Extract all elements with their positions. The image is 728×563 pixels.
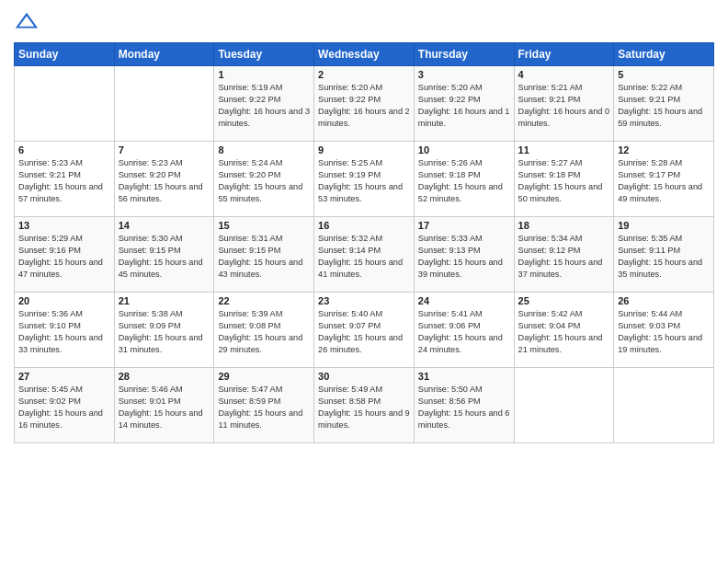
day-header-thursday: Thursday xyxy=(414,43,514,66)
day-number: 17 xyxy=(418,220,510,231)
day-info: Sunrise: 5:30 AMSunset: 9:15 PMDaylight:… xyxy=(119,233,210,281)
day-info: Sunrise: 5:24 AMSunset: 9:20 PMDaylight:… xyxy=(218,157,310,205)
page: SundayMondayTuesdayWednesdayThursdayFrid… xyxy=(0,0,728,563)
day-header-friday: Friday xyxy=(514,43,614,66)
day-number: 9 xyxy=(318,144,410,155)
calendar-cell xyxy=(114,66,214,142)
calendar-cell: 17Sunrise: 5:33 AMSunset: 9:13 PMDayligh… xyxy=(414,217,514,293)
day-number: 11 xyxy=(518,144,610,155)
week-row-1: 1Sunrise: 5:19 AMSunset: 9:22 PMDaylight… xyxy=(15,66,714,142)
day-info: Sunrise: 5:49 AMSunset: 8:58 PMDaylight:… xyxy=(318,384,410,431)
day-number: 29 xyxy=(218,371,310,382)
logo-icon xyxy=(14,9,40,35)
calendar-cell: 5Sunrise: 5:22 AMSunset: 9:21 PMDaylight… xyxy=(614,66,714,142)
day-number: 3 xyxy=(418,69,510,80)
day-info: Sunrise: 5:20 AMSunset: 9:22 PMDaylight:… xyxy=(318,82,410,130)
day-info: Sunrise: 5:21 AMSunset: 9:21 PMDaylight:… xyxy=(518,82,610,130)
calendar-cell: 3Sunrise: 5:20 AMSunset: 9:22 PMDaylight… xyxy=(414,66,514,142)
day-number: 27 xyxy=(18,371,110,382)
calendar-cell: 20Sunrise: 5:36 AMSunset: 9:10 PMDayligh… xyxy=(15,293,115,368)
day-number: 18 xyxy=(518,220,610,231)
calendar-cell: 28Sunrise: 5:46 AMSunset: 9:01 PMDayligh… xyxy=(114,368,214,443)
day-number: 14 xyxy=(119,220,210,231)
day-number: 22 xyxy=(218,295,310,306)
day-info: Sunrise: 5:34 AMSunset: 9:12 PMDaylight:… xyxy=(518,233,610,281)
day-number: 23 xyxy=(318,295,410,306)
day-info: Sunrise: 5:38 AMSunset: 9:09 PMDaylight:… xyxy=(119,308,210,356)
day-number: 16 xyxy=(318,220,410,231)
day-info: Sunrise: 5:27 AMSunset: 9:18 PMDaylight:… xyxy=(518,157,610,205)
week-row-2: 6Sunrise: 5:23 AMSunset: 9:21 PMDaylight… xyxy=(15,142,714,217)
calendar-body: 1Sunrise: 5:19 AMSunset: 9:22 PMDaylight… xyxy=(15,66,714,443)
calendar-cell: 2Sunrise: 5:20 AMSunset: 9:22 PMDaylight… xyxy=(314,66,415,142)
calendar-cell: 13Sunrise: 5:29 AMSunset: 9:16 PMDayligh… xyxy=(15,217,115,293)
calendar-cell: 22Sunrise: 5:39 AMSunset: 9:08 PMDayligh… xyxy=(214,293,314,368)
calendar-cell: 31Sunrise: 5:50 AMSunset: 8:56 PMDayligh… xyxy=(414,368,514,443)
day-header-saturday: Saturday xyxy=(614,43,714,66)
day-number: 2 xyxy=(318,69,410,80)
calendar-table: SundayMondayTuesdayWednesdayThursdayFrid… xyxy=(14,42,714,443)
week-row-3: 13Sunrise: 5:29 AMSunset: 9:16 PMDayligh… xyxy=(15,217,714,293)
day-number: 28 xyxy=(119,371,210,382)
calendar-cell: 24Sunrise: 5:41 AMSunset: 9:06 PMDayligh… xyxy=(414,293,514,368)
day-info: Sunrise: 5:23 AMSunset: 9:21 PMDaylight:… xyxy=(18,157,110,205)
calendar-cell: 21Sunrise: 5:38 AMSunset: 9:09 PMDayligh… xyxy=(114,293,214,368)
calendar-cell: 14Sunrise: 5:30 AMSunset: 9:15 PMDayligh… xyxy=(114,217,214,293)
day-info: Sunrise: 5:45 AMSunset: 9:02 PMDaylight:… xyxy=(18,384,110,431)
day-info: Sunrise: 5:46 AMSunset: 9:01 PMDaylight:… xyxy=(119,384,210,431)
day-info: Sunrise: 5:32 AMSunset: 9:14 PMDaylight:… xyxy=(318,233,410,281)
day-header-monday: Monday xyxy=(114,43,214,66)
calendar-cell xyxy=(514,368,614,443)
calendar-cell xyxy=(614,368,714,443)
calendar-cell: 6Sunrise: 5:23 AMSunset: 9:21 PMDaylight… xyxy=(15,142,115,217)
day-number: 19 xyxy=(618,220,710,231)
day-info: Sunrise: 5:25 AMSunset: 9:19 PMDaylight:… xyxy=(318,157,410,205)
day-number: 21 xyxy=(119,295,210,306)
day-header-wednesday: Wednesday xyxy=(314,43,415,66)
day-info: Sunrise: 5:40 AMSunset: 9:07 PMDaylight:… xyxy=(318,308,410,356)
day-info: Sunrise: 5:23 AMSunset: 9:20 PMDaylight:… xyxy=(119,157,210,205)
calendar-cell: 30Sunrise: 5:49 AMSunset: 8:58 PMDayligh… xyxy=(314,368,415,443)
day-number: 7 xyxy=(119,144,210,155)
calendar-cell: 29Sunrise: 5:47 AMSunset: 8:59 PMDayligh… xyxy=(214,368,314,443)
day-number: 20 xyxy=(18,295,110,306)
calendar-cell: 18Sunrise: 5:34 AMSunset: 9:12 PMDayligh… xyxy=(514,217,614,293)
calendar-cell: 15Sunrise: 5:31 AMSunset: 9:15 PMDayligh… xyxy=(214,217,314,293)
day-info: Sunrise: 5:22 AMSunset: 9:21 PMDaylight:… xyxy=(618,82,710,130)
day-info: Sunrise: 5:29 AMSunset: 9:16 PMDaylight:… xyxy=(18,233,110,281)
calendar-cell: 12Sunrise: 5:28 AMSunset: 9:17 PMDayligh… xyxy=(614,142,714,217)
calendar-cell: 26Sunrise: 5:44 AMSunset: 9:03 PMDayligh… xyxy=(614,293,714,368)
week-row-5: 27Sunrise: 5:45 AMSunset: 9:02 PMDayligh… xyxy=(15,368,714,443)
day-number: 10 xyxy=(418,144,510,155)
day-info: Sunrise: 5:42 AMSunset: 9:04 PMDaylight:… xyxy=(518,308,610,356)
calendar-cell: 9Sunrise: 5:25 AMSunset: 9:19 PMDaylight… xyxy=(314,142,415,217)
days-header-row: SundayMondayTuesdayWednesdayThursdayFrid… xyxy=(15,43,714,66)
day-info: Sunrise: 5:33 AMSunset: 9:13 PMDaylight:… xyxy=(418,233,510,281)
day-info: Sunrise: 5:31 AMSunset: 9:15 PMDaylight:… xyxy=(218,233,310,281)
calendar-cell: 7Sunrise: 5:23 AMSunset: 9:20 PMDaylight… xyxy=(114,142,214,217)
calendar-cell: 25Sunrise: 5:42 AMSunset: 9:04 PMDayligh… xyxy=(514,293,614,368)
week-row-4: 20Sunrise: 5:36 AMSunset: 9:10 PMDayligh… xyxy=(15,293,714,368)
calendar-cell: 19Sunrise: 5:35 AMSunset: 9:11 PMDayligh… xyxy=(614,217,714,293)
logo xyxy=(14,9,43,35)
calendar-cell: 11Sunrise: 5:27 AMSunset: 9:18 PMDayligh… xyxy=(514,142,614,217)
day-number: 12 xyxy=(618,144,710,155)
day-header-tuesday: Tuesday xyxy=(214,43,314,66)
calendar-cell: 23Sunrise: 5:40 AMSunset: 9:07 PMDayligh… xyxy=(314,293,415,368)
day-number: 31 xyxy=(418,371,510,382)
calendar-cell xyxy=(15,66,115,142)
day-info: Sunrise: 5:28 AMSunset: 9:17 PMDaylight:… xyxy=(618,157,710,205)
day-info: Sunrise: 5:35 AMSunset: 9:11 PMDaylight:… xyxy=(618,233,710,281)
day-number: 13 xyxy=(18,220,110,231)
calendar-cell: 27Sunrise: 5:45 AMSunset: 9:02 PMDayligh… xyxy=(15,368,115,443)
day-info: Sunrise: 5:26 AMSunset: 9:18 PMDaylight:… xyxy=(418,157,510,205)
day-number: 26 xyxy=(618,295,710,306)
day-info: Sunrise: 5:36 AMSunset: 9:10 PMDaylight:… xyxy=(18,308,110,356)
day-info: Sunrise: 5:41 AMSunset: 9:06 PMDaylight:… xyxy=(418,308,510,356)
day-number: 4 xyxy=(518,69,610,80)
day-info: Sunrise: 5:50 AMSunset: 8:56 PMDaylight:… xyxy=(418,384,510,431)
day-info: Sunrise: 5:39 AMSunset: 9:08 PMDaylight:… xyxy=(218,308,310,356)
day-number: 30 xyxy=(318,371,410,382)
day-number: 24 xyxy=(418,295,510,306)
day-number: 25 xyxy=(518,295,610,306)
